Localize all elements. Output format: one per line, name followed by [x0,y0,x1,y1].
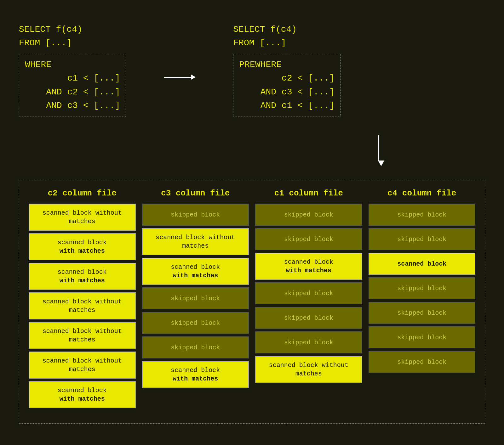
column-c2: c2 column filescanned block without matc… [29,189,136,411]
block-c4-1: skipped block [369,228,476,250]
arrow-down [378,135,384,166]
block-c4-0: skipped block [369,204,476,226]
right-query: SELECT f(c4) FROM [...] PREWHERE c2 < [.… [233,19,340,116]
column-c1: c1 column fileskipped blockskipped block… [255,189,362,411]
block-c1-0: skipped block [255,204,362,226]
column-c3: c3 column fileskipped blockscanned block… [142,189,249,411]
block-c3-2: scanned blockwith matches [142,258,249,285]
block-c1-6: scanned block without matches [255,356,362,383]
column-c4: c4 column fileskipped blockskipped block… [369,189,476,411]
block-c2-4: scanned block without matches [29,322,136,349]
block-c1-2: scanned blockwith matches [255,253,362,280]
block-c3-4: skipped block [142,312,249,334]
horizontal-arrow [164,77,195,78]
right-query-prewhere: PREWHERE c2 < [...] AND c3 < [...] AND c… [233,54,340,117]
block-c4-3: skipped block [369,277,476,299]
block-c2-3: scanned block without matches [29,292,136,319]
block-c3-5: skipped block [142,336,249,358]
block-c4-5: skipped block [369,326,476,348]
arrow-down-line [378,135,379,161]
block-c3-3: skipped block [142,287,249,309]
column-header-c4: c4 column file [369,189,476,198]
column-header-c1: c1 column file [255,189,362,198]
block-c1-1: skipped block [255,228,362,250]
block-c2-1: scanned blockwith matches [29,233,136,260]
column-header-c3: c3 column file [142,189,249,198]
vertical-arrow-container [19,135,485,166]
block-c4-4: skipped block [369,302,476,324]
left-query-where: WHERE c1 < [...] AND c2 < [...] AND c3 <… [19,54,126,117]
bottom-section: c2 column filescanned block without matc… [19,179,485,424]
block-c2-5: scanned block without matches [29,352,136,379]
block-c1-3: skipped block [255,282,362,304]
block-c2-2: scanned blockwith matches [29,263,136,290]
left-query: SELECT f(c4) FROM [...] WHERE c1 < [...]… [19,19,126,116]
arrow-down-tip [378,161,384,166]
block-c1-4: skipped block [255,307,362,329]
block-c2-6: scanned blockwith matches [29,381,136,408]
block-c4-2: scanned block [369,253,476,275]
block-c3-6: scanned blockwith matches [142,361,249,388]
left-query-header: SELECT f(c4) FROM [...] [19,19,126,54]
block-c1-5: skipped block [255,331,362,353]
block-c2-0: scanned block without matches [29,204,136,231]
arrow-right-line [164,77,195,78]
column-header-c2: c2 column file [29,189,136,198]
top-section: SELECT f(c4) FROM [...] WHERE c1 < [...]… [19,13,485,116]
block-c4-6: skipped block [369,351,476,373]
block-c3-1: scanned block without matches [142,228,249,255]
right-query-header: SELECT f(c4) FROM [...] [233,19,340,54]
block-c3-0: skipped block [142,204,249,226]
